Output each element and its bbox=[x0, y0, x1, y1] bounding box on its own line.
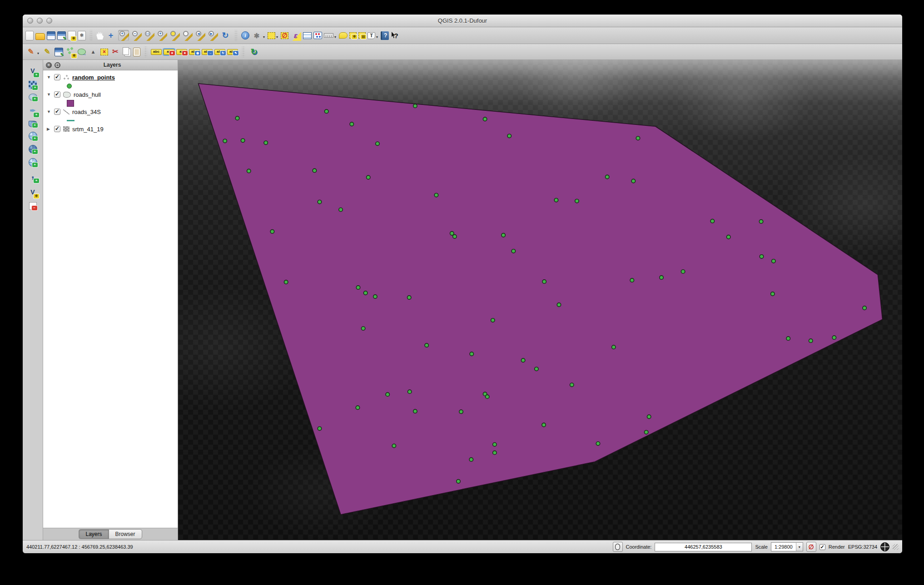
crs-status-icon[interactable] bbox=[880, 542, 889, 551]
toggle-editing-icon[interactable] bbox=[42, 46, 53, 57]
add-wms-layer-icon[interactable]: + bbox=[29, 132, 37, 140]
render-checkbox[interactable]: ✓ bbox=[820, 544, 825, 550]
layer-checkbox[interactable] bbox=[54, 74, 60, 80]
add-wcs-layer-icon[interactable]: + bbox=[29, 145, 37, 154]
label-properties-icon[interactable]: ✎ bbox=[227, 49, 238, 55]
map-tips-icon[interactable] bbox=[339, 32, 348, 39]
paste-features-icon[interactable] bbox=[133, 48, 140, 56]
stop-render-icon[interactable]: ∅ bbox=[806, 542, 816, 552]
add-mssql-layer-icon[interactable]: + bbox=[29, 121, 37, 127]
move-feature-icon[interactable] bbox=[78, 49, 86, 55]
coordinate-input[interactable] bbox=[655, 543, 752, 551]
pan-map-icon[interactable] bbox=[96, 31, 104, 40]
collapse-arrow-icon[interactable]: ▶ bbox=[47, 127, 51, 131]
add-spatialite-layer-icon[interactable]: + bbox=[27, 105, 38, 116]
new-bookmark-icon[interactable]: ✱ bbox=[349, 32, 357, 39]
zoom-full-icon[interactable] bbox=[156, 30, 167, 41]
current-edits-dropdown-icon[interactable]: ▾ bbox=[37, 51, 39, 55]
deselect-features-icon[interactable] bbox=[281, 32, 288, 39]
mouse-position-icon[interactable] bbox=[613, 542, 623, 552]
show-bookmarks-icon[interactable]: ▤ bbox=[358, 32, 366, 39]
identify-features-icon[interactable] bbox=[241, 31, 249, 40]
layer-checkbox[interactable] bbox=[54, 126, 60, 132]
save-project-as-icon[interactable] bbox=[57, 31, 66, 40]
zoom-to-layer-icon[interactable] bbox=[182, 30, 193, 41]
zoom-out-icon[interactable] bbox=[131, 30, 142, 41]
map-canvas[interactable] bbox=[178, 60, 902, 540]
zoom-native-icon[interactable] bbox=[144, 30, 154, 41]
measure-icon[interactable] bbox=[324, 33, 333, 38]
processing-toolbox-icon[interactable] bbox=[248, 46, 259, 57]
select-by-expression-icon[interactable] bbox=[290, 30, 301, 41]
field-calculator-icon[interactable] bbox=[313, 32, 322, 39]
add-raster-layer-icon[interactable]: + bbox=[29, 81, 37, 89]
layer-name[interactable]: random_points bbox=[72, 74, 115, 81]
minimize-window-icon[interactable] bbox=[37, 18, 43, 24]
cut-features-icon[interactable] bbox=[110, 46, 121, 57]
scale-combobox[interactable]: 1:29800 ▼ bbox=[771, 542, 803, 551]
whats-this-icon[interactable] bbox=[391, 30, 402, 41]
help-contents-icon[interactable] bbox=[381, 31, 389, 40]
tab-layers[interactable]: Layers bbox=[79, 529, 108, 539]
label-show-hide-icon[interactable]: ◉ bbox=[189, 49, 200, 55]
layer-checkbox[interactable] bbox=[54, 91, 60, 98]
expand-arrow-icon[interactable]: ▼ bbox=[47, 75, 51, 79]
refresh-map-icon[interactable] bbox=[220, 30, 231, 41]
save-project-icon[interactable] bbox=[47, 31, 55, 40]
label-move-rotate-icon[interactable]: → bbox=[202, 49, 213, 55]
zoom-last-icon[interactable] bbox=[194, 30, 205, 41]
zoom-in-icon[interactable] bbox=[118, 30, 129, 41]
save-layer-edits-icon[interactable] bbox=[55, 48, 63, 56]
layer-checkbox[interactable] bbox=[54, 109, 60, 115]
open-attribute-table-icon[interactable] bbox=[303, 32, 312, 39]
open-project-icon[interactable] bbox=[35, 33, 45, 40]
current-edits-icon[interactable] bbox=[25, 46, 36, 57]
label-change-icon[interactable]: ↻ bbox=[214, 49, 225, 55]
zoom-to-selection-icon[interactable] bbox=[169, 30, 180, 41]
text-annotation-icon[interactable] bbox=[368, 32, 375, 39]
zoom-next-icon[interactable] bbox=[207, 30, 218, 41]
expand-arrow-icon[interactable]: ▼ bbox=[47, 109, 51, 114]
convex-hull-polygon[interactable] bbox=[199, 84, 883, 515]
node-tool-icon[interactable] bbox=[88, 46, 99, 57]
resize-grip[interactable] bbox=[893, 544, 899, 550]
zoom-window-icon[interactable] bbox=[46, 18, 52, 24]
new-project-icon[interactable] bbox=[25, 31, 34, 40]
add-delimited-text-layer-icon[interactable]: + bbox=[27, 171, 38, 182]
panel-close-icon[interactable]: × bbox=[46, 62, 52, 68]
add-vector-layer-icon[interactable]: + bbox=[27, 65, 38, 76]
measure-dropdown-icon[interactable]: ▾ bbox=[334, 35, 336, 39]
remove-layer-icon[interactable]: − bbox=[29, 202, 37, 210]
run-feature-action-dropdown-icon[interactable]: ▾ bbox=[263, 35, 265, 39]
text-annotation-dropdown-icon[interactable]: ▾ bbox=[376, 35, 378, 39]
panel-float-icon[interactable] bbox=[55, 62, 60, 68]
map-canvas-svg[interactable] bbox=[178, 60, 902, 540]
layer-row-roads-34s[interactable]: ▼ roads_34S bbox=[43, 107, 178, 117]
label-rotate-icon[interactable]: ● bbox=[176, 49, 187, 55]
expand-arrow-icon[interactable]: ▼ bbox=[47, 92, 51, 97]
chevron-down-icon[interactable]: ▼ bbox=[796, 543, 803, 551]
pan-to-selection-icon[interactable] bbox=[105, 30, 116, 41]
add-postgis-layer-icon[interactable]: + bbox=[29, 94, 37, 101]
tab-browser[interactable]: Browser bbox=[109, 529, 142, 539]
close-window-icon[interactable] bbox=[27, 18, 33, 24]
layer-row-srtm[interactable]: ▶ srtm_41_19 bbox=[43, 124, 178, 134]
composer-manager-icon[interactable] bbox=[78, 31, 86, 40]
layer-name[interactable]: roads_hull bbox=[74, 91, 101, 98]
layer-name[interactable]: srtm_41_19 bbox=[72, 126, 104, 133]
title-bar[interactable]: QGIS 2.0.1-Dufour bbox=[23, 15, 902, 27]
layer-name[interactable]: roads_34S bbox=[72, 109, 101, 115]
layer-row-roads-hull[interactable]: ▼ roads_hull bbox=[43, 89, 178, 99]
label-move-icon[interactable]: ● bbox=[164, 49, 174, 55]
new-shapefile-layer-icon[interactable]: ✱ bbox=[27, 187, 38, 198]
add-feature-icon[interactable]: ✱ bbox=[65, 46, 76, 57]
add-wfs-layer-icon[interactable]: + bbox=[29, 158, 37, 167]
select-features-dropdown-icon[interactable]: ▾ bbox=[276, 35, 278, 39]
new-print-composer-icon[interactable]: ✱ bbox=[68, 31, 76, 40]
layer-row-random-points[interactable]: ▼ random_points bbox=[43, 72, 178, 82]
layer-labeling-icon[interactable] bbox=[151, 49, 162, 55]
run-feature-action-icon[interactable] bbox=[251, 30, 262, 41]
delete-selected-icon[interactable] bbox=[100, 49, 108, 55]
copy-features-icon[interactable] bbox=[123, 47, 129, 55]
select-features-icon[interactable] bbox=[268, 32, 275, 39]
